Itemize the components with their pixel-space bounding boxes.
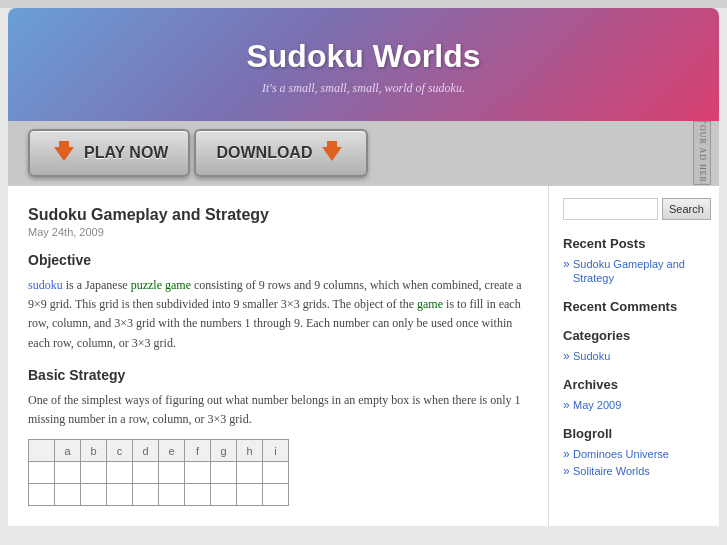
recent-posts-title: Recent Posts (563, 236, 705, 251)
grid-col-h: h (237, 440, 263, 462)
search-input[interactable] (563, 198, 658, 220)
site-header: Sudoku Worlds It's a small, small, small… (8, 8, 719, 121)
recent-posts-section: Recent Posts Sudoku Gameplay and Strateg… (563, 236, 705, 285)
category-link[interactable]: Sudoku (573, 350, 610, 362)
grid-header-empty (29, 440, 55, 462)
archive-link[interactable]: May 2009 (573, 399, 621, 411)
grid-col-a: a (55, 440, 81, 462)
post-date: May 24th, 2009 (28, 226, 528, 238)
main-content: Sudoku Gameplay and Strategy May 24th, 2… (8, 186, 549, 526)
recent-comments-title: Recent Comments (563, 299, 705, 314)
section1-body: sudoku is a Japanese puzzle game consist… (28, 276, 528, 353)
blogroll-list: Dominoes Universe Solitaire Worlds (563, 447, 705, 478)
ad-text: YOUR AD HERE (698, 121, 707, 185)
puzzle-game-link[interactable]: puzzle game (131, 278, 191, 292)
archives-list: May 2009 (563, 398, 705, 412)
download-arrow-icon2 (318, 139, 346, 167)
table-row (29, 462, 289, 484)
nav-bar: PLAY NOW DOWNLOAD YOUR AD HERE (8, 121, 719, 185)
categories-title: Categories (563, 328, 705, 343)
ad-banner: YOUR AD HERE (693, 121, 711, 185)
sudoku-link[interactable]: sudoku (28, 278, 63, 292)
grid-col-i: i (263, 440, 289, 462)
blogroll-link-dominoes[interactable]: Dominoes Universe (573, 448, 669, 460)
recent-post-link[interactable]: Sudoku Gameplay and Strategy (573, 258, 685, 284)
grid-col-e: e (159, 440, 185, 462)
content-area: Sudoku Gameplay and Strategy May 24th, 2… (8, 185, 719, 526)
recent-posts-list: Sudoku Gameplay and Strategy (563, 257, 705, 285)
section1-heading: Objective (28, 252, 528, 268)
play-now-button[interactable]: PLAY NOW (28, 129, 190, 177)
game-link[interactable]: game (417, 297, 443, 311)
section2-body: One of the simplest ways of figuring out… (28, 391, 528, 429)
site-title: Sudoku Worlds (28, 38, 699, 75)
grid-col-d: d (133, 440, 159, 462)
list-item: Solitaire Worlds (563, 464, 705, 478)
download-arrow-icon (50, 139, 78, 167)
play-now-label: PLAY NOW (84, 144, 168, 162)
categories-list: Sudoku (563, 349, 705, 363)
table-row (29, 484, 289, 506)
blogroll-section: Blogroll Dominoes Universe Solitaire Wor… (563, 426, 705, 478)
download-label: DOWNLOAD (216, 144, 312, 162)
recent-comments-section: Recent Comments (563, 299, 705, 314)
list-item: Sudoku Gameplay and Strategy (563, 257, 705, 285)
list-item: Sudoku (563, 349, 705, 363)
section2-heading: Basic Strategy (28, 367, 528, 383)
search-button[interactable]: Search (662, 198, 711, 220)
blogroll-title: Blogroll (563, 426, 705, 441)
grid-col-c: c (107, 440, 133, 462)
sudoku-grid: a b c d e f g h i (28, 439, 289, 506)
categories-section: Categories Sudoku (563, 328, 705, 363)
grid-col-g: g (211, 440, 237, 462)
grid-col-b: b (81, 440, 107, 462)
list-item: Dominoes Universe (563, 447, 705, 461)
site-subtitle: It's a small, small, small, world of sud… (28, 81, 699, 96)
grid-col-f: f (185, 440, 211, 462)
list-item: May 2009 (563, 398, 705, 412)
blogroll-link-solitaire[interactable]: Solitaire Worlds (573, 465, 650, 477)
download-button[interactable]: DOWNLOAD (194, 129, 368, 177)
archives-section: Archives May 2009 (563, 377, 705, 412)
sidebar: Search Recent Posts Sudoku Gameplay and … (549, 186, 719, 526)
post-title: Sudoku Gameplay and Strategy (28, 206, 528, 224)
archives-title: Archives (563, 377, 705, 392)
search-widget: Search (563, 198, 705, 220)
